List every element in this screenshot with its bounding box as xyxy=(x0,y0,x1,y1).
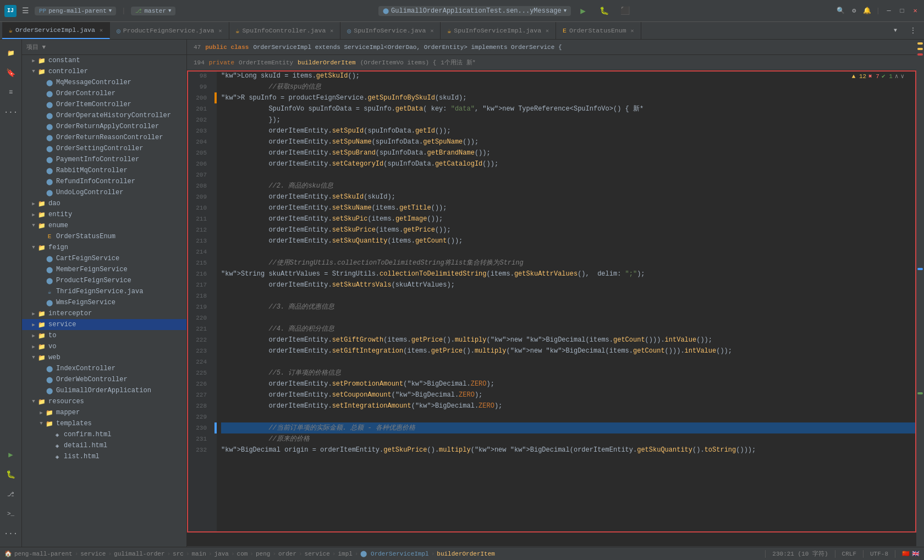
tree-item-orderstatusenum[interactable]: EOrderStatusEnum xyxy=(22,231,186,242)
search-button[interactable]: 🔍 xyxy=(837,7,845,15)
tree-item-memberfeignservice[interactable]: ⬤MemberFeignService xyxy=(22,264,186,275)
structure-tool-button[interactable]: ≡ xyxy=(2,84,20,101)
line-num-208: 208 xyxy=(187,180,210,191)
nav-down-button[interactable]: ∨ xyxy=(900,73,904,80)
tab-productfeignservice[interactable]: ◎ ProductFeignService.java ✕ xyxy=(110,22,229,39)
tab-close-orderstatusenum[interactable]: ✕ xyxy=(631,28,634,34)
more-tool-button[interactable]: ··· xyxy=(2,103,20,121)
tree-item-mapper[interactable]: ▶📁mapper xyxy=(22,407,186,418)
tree-item-feign[interactable]: ▼📁feign xyxy=(22,242,186,253)
line-num-229: 229 xyxy=(187,411,210,422)
tab-spuinfoservice[interactable]: ◎ SpuInfoService.java ✕ xyxy=(340,22,441,39)
tree-icon: ⬤ xyxy=(45,122,54,131)
terminal-tool-button[interactable]: >_ xyxy=(2,505,20,523)
code-content[interactable]: 9899200201202203204205206207208209210211… xyxy=(187,70,916,532)
encoding[interactable]: UTF-8 xyxy=(870,551,888,557)
tree-item-ordersettingcontroller[interactable]: ⬤OrderSettingController xyxy=(22,143,186,154)
git-tool-button[interactable]: ⎇ xyxy=(2,485,20,503)
tree-item-paymentinfocontroller[interactable]: ⬤PaymentInfoController xyxy=(22,154,186,165)
tree-label: confirm.html xyxy=(64,431,111,438)
tree-item-productfeignservice[interactable]: ⬤ProductFeignService xyxy=(22,275,186,286)
tree-item-undologcontroller[interactable]: ⬤UndoLogController xyxy=(22,187,186,198)
tree-label: GulimallOrderApplication xyxy=(56,387,151,394)
code-line-200: "kw">R spuInfo = productFeignService.get… xyxy=(221,92,916,103)
debug-tool-button[interactable]: 🐛 xyxy=(2,465,20,483)
tree-item-interceptor[interactable]: ▶📁interceptor xyxy=(22,308,186,319)
tree-label: resources xyxy=(48,398,84,405)
project-tool-button[interactable]: 📁 xyxy=(2,44,20,62)
left-toolbar: 📁 🔖 ≡ ··· ▶ 🐛 ⎇ >_ ··· xyxy=(0,40,22,547)
java-interface2-icon: ◎ xyxy=(347,27,351,35)
tree-item-thridfeignservice.java[interactable]: ☕ThridFeignService.java xyxy=(22,286,186,297)
tab-spuinfoserviceimpl[interactable]: ☕ SpuInfoServiceImpl.java ✕ xyxy=(441,22,556,39)
tab-orderstatusenum[interactable]: E OrderStatusEnum ✕ xyxy=(556,22,641,39)
tab-close-orderserviceimpl[interactable]: ✕ xyxy=(100,27,103,34)
tab-spuinfocontroller[interactable]: ☕ SpuInfoController.java ✕ xyxy=(229,22,341,39)
debug-button[interactable]: 🐛 xyxy=(595,2,613,20)
tab-close-spuinfoserviceimpl[interactable]: ✕ xyxy=(546,28,549,34)
tree-item-refundinfocontroller[interactable]: ⬤RefundInfoController xyxy=(22,176,186,187)
settings-button[interactable]: ⚙ xyxy=(850,7,859,15)
right-sidebar[interactable] xyxy=(916,40,924,547)
tree-item-confirm.html[interactable]: ◈confirm.html xyxy=(22,429,186,440)
breadcrumb-service: service xyxy=(80,551,106,557)
project-label: 项目 ▼ xyxy=(26,43,46,51)
tree-icon: ⬤ xyxy=(45,133,54,142)
project-selector[interactable]: PP peng-mall-parent ▼ xyxy=(35,7,116,15)
tree-item-service[interactable]: ▶📁service xyxy=(22,319,186,330)
tree-item-controller[interactable]: ▼📁controller xyxy=(22,66,186,77)
tree-item-detail.html[interactable]: ◈detail.html xyxy=(22,440,186,451)
private-keyword: private xyxy=(209,59,234,66)
run-config-selector[interactable]: ⬤ GulimallOrderApplicationTest.sen...yMe… xyxy=(378,6,571,16)
tree-item-orderoperatehistorycontroller[interactable]: ⬤OrderOperateHistoryController xyxy=(22,110,186,121)
tree-item-orderreturnreasoncontroller[interactable]: ⬤OrderReturnReasonController xyxy=(22,132,186,143)
line-num-204: 204 xyxy=(187,136,210,147)
hamburger-menu[interactable]: ☰ xyxy=(20,4,31,18)
tree-item-orderitemcontroller[interactable]: ⬤OrderItemController xyxy=(22,99,186,110)
tree-item-ordercontroller[interactable]: ⬤OrderController xyxy=(22,88,186,99)
tree-item-cartfeignservice[interactable]: ⬤CartFeignService xyxy=(22,253,186,264)
tree-item-orderwebcontroller[interactable]: ⬤OrderWebController xyxy=(22,374,186,385)
nav-up-button[interactable]: ∧ xyxy=(895,73,899,80)
tree-item-entity[interactable]: ▶📁entity xyxy=(22,209,186,220)
close-button[interactable]: ✕ xyxy=(911,7,920,15)
breadcrumb-module: gulimall-order xyxy=(114,551,164,557)
tree-item-list.html[interactable]: ◈list.html xyxy=(22,451,186,462)
maximize-button[interactable]: □ xyxy=(898,7,906,15)
tree-item-templates[interactable]: ▼📁templates xyxy=(22,418,186,429)
tree-item-vo[interactable]: ▶📁vo xyxy=(22,341,186,352)
tree-label: detail.html xyxy=(64,442,107,449)
tree-label: list.html xyxy=(64,453,100,460)
tree-icon: 📁 xyxy=(45,419,54,428)
tree-item-gulimallorderapplication[interactable]: ⬤GulimallOrderApplication xyxy=(22,385,186,396)
tree-item-indexcontroller[interactable]: ⬤IndexController xyxy=(22,363,186,374)
run-button[interactable]: ▶ xyxy=(574,2,592,20)
tree-item-rabbitmqcontroller[interactable]: ⬤RabbitMqController xyxy=(22,165,186,176)
minimize-button[interactable]: — xyxy=(884,7,893,15)
tree-item-web[interactable]: ▼📁web xyxy=(22,352,186,363)
tree-item-constant[interactable]: ▶📁constant xyxy=(22,55,186,66)
tree-item-wmsfeignservice[interactable]: ⬤WmsFeignService xyxy=(22,297,186,308)
tree-item-dao[interactable]: ▶📁dao xyxy=(22,198,186,209)
tab-orderserviceimpl[interactable]: ☕ OrderServiceImpl.java ✕ xyxy=(2,22,110,39)
tree-item-to[interactable]: ▶📁to xyxy=(22,330,186,341)
run-tool-button[interactable]: ▶ xyxy=(2,446,20,463)
branch-selector[interactable]: ⎇ master ▼ xyxy=(131,7,175,15)
tab-close-spuinfocontroller[interactable]: ✕ xyxy=(330,28,333,34)
tree-item-mqmessagecontroller[interactable]: ⬤MqMessageController xyxy=(22,77,186,88)
notifications-button[interactable]: 🔔 xyxy=(863,7,872,15)
bottom-more-button[interactable]: ··· xyxy=(2,525,20,542)
tree-item-orderreturnapplycontroller[interactable]: ⬤OrderReturnApplyController xyxy=(22,121,186,132)
tab-close-spuinfoservice[interactable]: ✕ xyxy=(430,28,433,34)
tree-item-resources[interactable]: ▼📁resources xyxy=(22,396,186,407)
tab-menu-button[interactable]: ⋮ xyxy=(904,22,922,40)
tree-item-enume[interactable]: ▼📁enume xyxy=(22,220,186,231)
tab-overflow-button[interactable]: ▼ xyxy=(887,22,904,40)
breadcrumb-java: java xyxy=(215,551,229,557)
tree-icon: ⬤ xyxy=(45,298,54,307)
bookmark-tool-button[interactable]: 🔖 xyxy=(2,64,20,81)
coverage-button[interactable]: ⬛ xyxy=(616,2,634,20)
line-ending[interactable]: CRLF xyxy=(842,551,856,557)
line-num-214: 214 xyxy=(187,246,210,257)
tab-close-productfeignservice[interactable]: ✕ xyxy=(218,28,222,34)
